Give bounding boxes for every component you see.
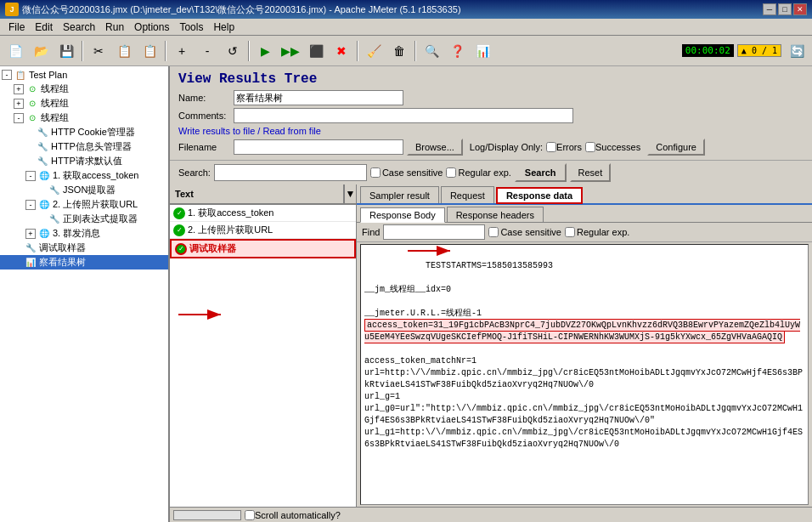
case-sensitive-checkbox[interactable] (370, 167, 381, 178)
clear-button[interactable]: 🧹 (362, 39, 386, 63)
tg3-label: 线程组 (41, 111, 69, 124)
play-all-button[interactable]: ▶▶ (279, 39, 302, 63)
menu-edit[interactable]: Edit (30, 20, 58, 34)
send-icon: 🌐 (37, 228, 51, 240)
reset-button[interactable]: ↺ (221, 39, 245, 63)
search-input[interactable] (214, 164, 367, 181)
expand-tg3[interactable]: - (14, 113, 24, 123)
filename-label: Filename (178, 142, 234, 152)
find-case-label: Case sensitive (488, 227, 561, 237)
tree-item-header[interactable]: 🔧 HTTP信息头管理器 (0, 139, 168, 154)
result-item-3[interactable]: ✓ 调试取样器 (170, 239, 356, 258)
tree-item-send[interactable]: + 🌐 3. 群发消息 (0, 226, 168, 241)
stop-button[interactable]: ⬛ (304, 39, 328, 63)
regular-exp-checkbox[interactable] (446, 167, 456, 178)
remote-button[interactable]: 🔄 (785, 39, 809, 63)
expand-tg1[interactable]: + (14, 84, 24, 94)
cut-button[interactable]: ✂ (87, 39, 110, 63)
sub-tab-body[interactable]: Response Body (360, 207, 445, 223)
find-input[interactable] (383, 224, 485, 240)
response-rest: access_token_matchNr=1 url=http:\/\/mmbi… (364, 356, 803, 449)
extra-button[interactable]: 📊 (471, 39, 494, 63)
play-button[interactable]: ▶ (253, 39, 277, 63)
tree-item-defaults[interactable]: 🔧 HTTP请求默认值 (0, 154, 168, 168)
maximize-button[interactable]: □ (778, 3, 792, 15)
response-highlight: access_token=31_19Fg1cbPAcB3NprC4_7jubDV… (364, 319, 800, 343)
case-sensitive-label: Case sensitive (370, 167, 443, 178)
expand-button[interactable]: + (170, 39, 194, 63)
tree-item-access[interactable]: - 🌐 1. 获取access_token (0, 168, 168, 183)
paste-button[interactable]: 📋 (138, 39, 161, 63)
menu-file[interactable]: File (3, 20, 30, 34)
clear-all-button[interactable]: 🗑 (387, 39, 411, 63)
search-button[interactable]: Search (515, 163, 567, 182)
write-label: Write results to file / Read from file (178, 126, 321, 136)
expand-upload[interactable]: - (25, 200, 36, 210)
vrt-header: View Results Tree Name: Comments: Write … (170, 66, 812, 160)
tab-sampler-label: Sampler result (369, 190, 430, 201)
comments-input[interactable] (234, 108, 573, 123)
access-icon: 🌐 (37, 170, 51, 182)
tree-item-threadgroup3[interactable]: - ⊙ 线程组 (0, 111, 168, 125)
help-toolbar-button[interactable]: ❓ (445, 39, 469, 63)
sub-tab-headers[interactable]: Response headers (447, 207, 544, 222)
find-label: Find (362, 227, 380, 237)
minimize-button[interactable]: ─ (763, 3, 776, 15)
tree-item-regex[interactable]: 🔧 正则表达式提取器 (0, 212, 168, 226)
window-controls: ─ □ ✕ (763, 3, 807, 15)
result-item-2[interactable]: ✓ 2. 上传照片获取URL (170, 222, 356, 239)
expand-access[interactable]: - (25, 171, 36, 181)
tree-item-debug[interactable]: 🔧 调试取样器 (0, 241, 168, 255)
result-item-1[interactable]: ✓ 1. 获取access_token (170, 205, 356, 222)
tree-item-upload[interactable]: - 🌐 2. 上传照片获取URL (0, 197, 168, 212)
tab-request[interactable]: Request (441, 186, 494, 203)
find-bar: Find Case sensitive Regular exp. (357, 223, 812, 242)
tab-response-data[interactable]: Response data (496, 187, 583, 204)
tree-item-testplan[interactable]: - 📋 Test Plan (0, 68, 168, 82)
scroll-auto-checkbox[interactable] (245, 510, 255, 520)
save-button[interactable]: 💾 (54, 39, 78, 63)
filename-input[interactable] (234, 139, 403, 155)
regex-label: 正则表达式提取器 (63, 213, 138, 225)
close-button[interactable]: ✕ (793, 3, 807, 15)
reset-button[interactable]: Reset (570, 163, 612, 182)
menu-help[interactable]: Help (208, 20, 240, 34)
menu-tools[interactable]: Tools (174, 20, 208, 34)
tab-sampler-result[interactable]: Sampler result (360, 186, 439, 203)
expand-testplan[interactable]: - (2, 70, 12, 80)
tree-item-cookie[interactable]: 🔧 HTTP Cookie管理器 (0, 125, 168, 139)
expand-tg2[interactable]: + (14, 99, 24, 109)
browse-button[interactable]: Browse... (407, 139, 463, 156)
tree-item-json[interactable]: 🔧 JSON提取器 (0, 183, 168, 197)
defaults-icon: 🔧 (36, 156, 49, 167)
col-dropdown[interactable]: ▼ (344, 184, 356, 203)
menu-search[interactable]: Search (58, 20, 100, 34)
debug-label: 调试取样器 (39, 241, 86, 254)
tree-item-results[interactable]: 📊 察看结果树 (0, 255, 168, 270)
result-label-3: 调试取样器 (189, 242, 236, 255)
search-toolbar-button[interactable]: 🔍 (420, 39, 443, 63)
find-regex-text: Regular exp. (577, 227, 629, 237)
errors-checkbox[interactable] (546, 142, 556, 152)
sub-tab-strip: Response Body Response headers (357, 205, 812, 223)
stop-now-button[interactable]: ✖ (330, 39, 353, 63)
open-button[interactable]: 📂 (29, 39, 53, 63)
collapse-button[interactable]: - (195, 39, 219, 63)
name-input[interactable] (234, 90, 403, 105)
configure-button[interactable]: Configure (647, 139, 705, 156)
menu-options[interactable]: Options (129, 20, 174, 34)
header-label: HTTP信息头管理器 (51, 140, 132, 153)
menu-run[interactable]: Run (100, 20, 129, 34)
copy-button[interactable]: 📋 (112, 39, 136, 63)
testplan-label: Test Plan (29, 70, 67, 80)
status-bar: Scroll automatically? (170, 507, 812, 522)
tree-item-threadgroup2[interactable]: + ⊙ 线程组 (0, 96, 168, 111)
tree-item-threadgroup1[interactable]: + ⊙ 线程组 (0, 82, 168, 96)
successes-checkbox[interactable] (585, 142, 595, 152)
regular-exp-label: Regular exp. (446, 167, 510, 178)
toolbar: 📄 📂 💾 ✂ 📋 📋 + - ↺ ▶ ▶▶ ⬛ ✖ 🧹 🗑 🔍 ❓ 📊 00:… (0, 36, 812, 66)
find-case-checkbox[interactable] (488, 227, 499, 237)
find-regex-checkbox[interactable] (565, 227, 575, 237)
expand-send[interactable]: + (25, 229, 36, 239)
new-button[interactable]: 📄 (3, 39, 27, 63)
